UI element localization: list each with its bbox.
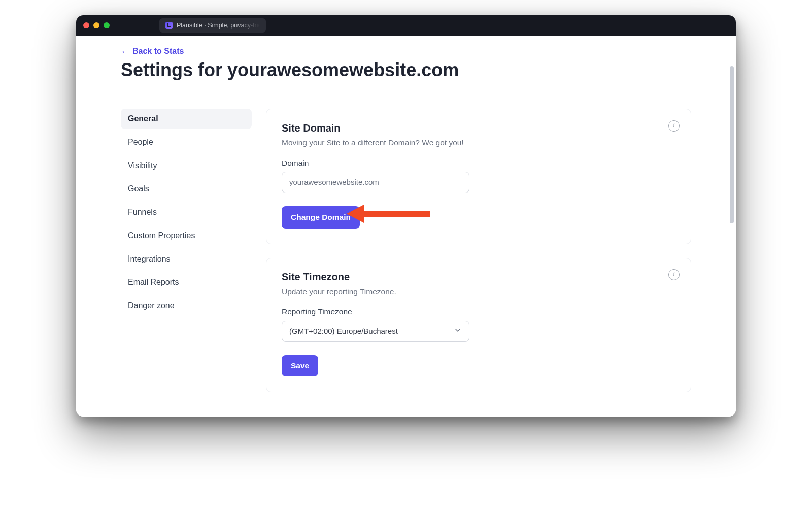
domain-field-label: Domain	[282, 158, 675, 168]
window-close-button[interactable]	[83, 22, 89, 28]
window-minimize-button[interactable]	[93, 22, 99, 28]
sidebar-item-goals[interactable]: Goals	[121, 179, 252, 199]
plausible-favicon-icon	[165, 22, 173, 29]
site-domain-card: i Site Domain Moving your Site to a diff…	[266, 109, 691, 244]
timezone-field-label: Reporting Timezone	[282, 307, 675, 316]
sidebar-item-danger-zone[interactable]: Danger zone	[121, 296, 252, 316]
sidebar-item-general[interactable]: General	[121, 109, 252, 129]
button-label: Save	[291, 361, 309, 370]
sidebar-item-people[interactable]: People	[121, 132, 252, 152]
sidebar-item-funnels[interactable]: Funnels	[121, 202, 252, 222]
sidebar-item-visibility[interactable]: Visibility	[121, 155, 252, 176]
chevron-down-icon	[454, 326, 462, 336]
card-subtitle: Moving your Site to a different Domain? …	[282, 138, 675, 147]
browser-window: Plausible · Simple, privacy-frien ← Back…	[76, 15, 736, 417]
domain-input[interactable]: yourawesomewebsite.com	[282, 172, 469, 193]
browser-tab[interactable]: Plausible · Simple, privacy-frien	[159, 18, 266, 33]
sidebar-item-label: Danger zone	[128, 301, 175, 310]
sidebar-item-label: General	[128, 114, 158, 123]
sidebar-item-label: Integrations	[128, 254, 171, 263]
window-fullscreen-button[interactable]	[104, 22, 110, 28]
vertical-scrollbar[interactable]	[730, 66, 734, 223]
settings-sidebar: General People Visibility Goals Funnels …	[121, 109, 252, 319]
card-subtitle: Update your reporting Timezone.	[282, 287, 675, 296]
sidebar-item-label: Email Reports	[128, 278, 179, 286]
sidebar-item-label: People	[128, 138, 153, 146]
card-title: Site Timezone	[282, 271, 675, 283]
save-timezone-button[interactable]: Save	[282, 355, 318, 376]
browser-tab-label: Plausible · Simple, privacy-frien	[177, 22, 260, 29]
traffic-lights	[83, 22, 110, 28]
sidebar-item-label: Custom Properties	[128, 231, 195, 240]
info-icon[interactable]: i	[668, 120, 680, 132]
sidebar-item-custom-properties[interactable]: Custom Properties	[121, 226, 252, 246]
back-to-stats-link[interactable]: ← Back to Stats	[121, 47, 184, 56]
info-icon[interactable]: i	[668, 269, 680, 280]
sidebar-item-integrations[interactable]: Integrations	[121, 249, 252, 269]
timezone-select[interactable]: (GMT+02:00) Europe/Bucharest	[282, 321, 469, 342]
sidebar-item-label: Goals	[128, 184, 149, 193]
domain-input-value: yourawesomewebsite.com	[289, 178, 379, 186]
header-divider	[121, 93, 691, 93]
sidebar-item-label: Funnels	[128, 208, 157, 216]
timezone-selected-value: (GMT+02:00) Europe/Bucharest	[289, 327, 398, 335]
page-viewport: ← Back to Stats Settings for yourawesome…	[76, 36, 736, 417]
sidebar-item-label: Visibility	[128, 161, 157, 170]
back-link-label: Back to Stats	[132, 47, 184, 56]
site-timezone-card: i Site Timezone Update your reporting Ti…	[266, 258, 691, 392]
title-bar: Plausible · Simple, privacy-frien	[76, 15, 736, 36]
change-domain-button[interactable]: Change Domain	[282, 206, 360, 229]
sidebar-item-email-reports[interactable]: Email Reports	[121, 272, 252, 293]
button-label: Change Domain	[291, 213, 351, 222]
arrow-left-icon: ←	[121, 47, 129, 56]
card-title: Site Domain	[282, 122, 675, 134]
page-title: Settings for yourawesomewebsite.com	[121, 59, 691, 81]
